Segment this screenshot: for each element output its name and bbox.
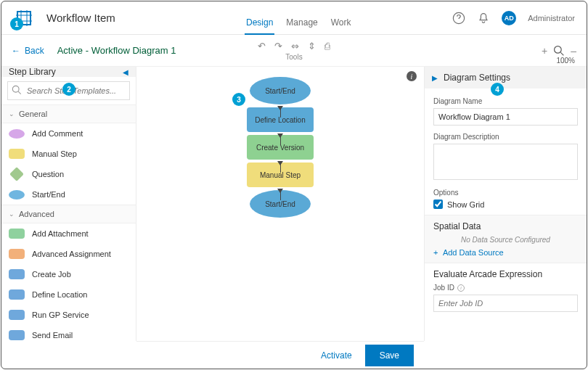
workflow-diagram: Start/EndDefine LocationCreate VersionMa… [247,77,314,218]
back-arrow-icon: ← [12,46,20,56]
step-shape-icon [9,249,25,259]
diagram-desc-input[interactable] [433,144,578,180]
group-head-advanced[interactable]: ⌄Advanced [1,205,136,223]
callout-4: 4 [491,83,504,96]
chevron-down-icon: ⌄ [9,110,15,118]
no-data-text: No Data Source Configured [433,236,578,244]
back-label: Back [25,46,44,56]
diagram-desc-label: Diagram Description [433,133,578,141]
bell-icon[interactable] [477,12,490,25]
show-grid-checkbox[interactable]: Show Grid [433,200,578,209]
step-template-manual-step[interactable]: Manual Step [1,144,136,164]
collapse-left-icon[interactable]: ◀ [123,68,128,76]
step-label: Add Comment [32,129,83,138]
step-library-title: Step Library [9,67,56,77]
step-shape-icon [9,149,25,159]
collapse-right-icon[interactable]: ▶ [432,74,438,82]
step-shape-icon [9,229,25,239]
callout-2: 2 [62,83,75,96]
step-template-run-gp-service[interactable]: Run GP Service [1,305,136,325]
step-shape-icon [9,330,25,340]
top-bar: Workflow Item DesignManageWork AD Admini… [1,1,587,35]
fit-icon[interactable]: ⇔ [291,41,299,52]
tools-panel: ↶ ↷ ⇔ ⇕ ⎙ Tools [258,41,330,61]
diagram-settings-header: ▶ Diagram Settings [425,67,587,89]
step-shape-icon [9,190,25,200]
job-id-info-icon[interactable]: i [457,284,465,292]
group-head-general[interactable]: ⌄General [1,104,136,123]
step-template-add-attachment[interactable]: Add Attachment [1,223,136,244]
zoom-out-icon[interactable]: – [571,45,576,57]
step-shape-icon [9,269,25,279]
callout-3: 3 [232,93,245,106]
search-icon [12,85,22,95]
layout-icon[interactable]: ⇕ [308,41,316,52]
tab-design[interactable]: Design [245,17,274,35]
step-template-create-job[interactable]: Create Job [1,264,136,284]
step-label: Question [32,170,64,178]
step-shape-icon [9,289,25,300]
user-name: Administrator [528,14,575,22]
step-template-add-comment[interactable]: Add Comment [1,123,136,144]
step-template-advanced-assignment[interactable]: Advanced Assignment [1,244,136,264]
job-id-label: Job ID [433,284,454,292]
breadcrumb: Active - Workflow Diagram 1 [57,45,176,56]
save-button[interactable]: Save [365,345,414,366]
user-avatar[interactable]: AD [502,11,516,25]
step-label: Add Attachment [32,229,89,238]
show-grid-label: Show Grid [447,200,484,209]
step-template-send-email[interactable]: Send Email [1,325,136,341]
zoom-in-icon[interactable]: + [542,45,547,57]
zoom-controls: + – 100% [542,45,576,57]
arcade-title: Evaluate Arcade Expression [433,269,578,279]
chevron-down-icon: ⌄ [9,210,15,218]
step-library-header: Step Library ◀ [1,67,136,77]
back-button[interactable]: ← Back [12,46,44,56]
flow-node-0[interactable]: Start/End [250,77,311,104]
help-icon[interactable] [452,12,465,25]
step-label: Send Email [32,331,73,340]
step-label: Start/End [32,190,65,199]
plus-icon: + [433,248,438,257]
activate-button[interactable]: Activate [321,350,352,361]
show-grid-input[interactable] [433,200,443,209]
callout-1: 1 [10,17,23,30]
step-shape-icon [9,310,25,320]
canvas-footer: Activate Save [136,341,424,369]
redo-icon[interactable]: ↷ [274,41,282,52]
job-id-input[interactable] [433,295,578,312]
diagram-name-label: Diagram Name [433,97,578,105]
step-template-define-location[interactable]: Define Location [1,284,136,305]
step-template-start/end[interactable]: Start/End [1,184,136,205]
step-label: Run GP Service [32,311,89,319]
top-tabs: DesignManageWork [245,1,353,35]
svg-point-3 [12,86,19,92]
zoom-percent: 100% [556,57,575,65]
svg-point-2 [555,46,562,53]
right-panel: ▶ Diagram Settings Diagram Name Diagram … [424,67,587,341]
spatial-data-title: Spatial Data [433,221,578,231]
sub-bar: ← Back Active - Workflow Diagram 1 ↶ ↷ ⇔… [1,35,587,67]
magnifier-icon[interactable] [553,45,565,57]
canvas[interactable]: i Start/EndDefine LocationCreate Version… [136,67,424,341]
step-label: Create Job [32,270,71,279]
step-template-question[interactable]: Question [1,164,136,184]
undo-icon[interactable]: ↶ [258,41,266,52]
tab-manage[interactable]: Manage [285,17,319,35]
job-id-label-row: Job ID i [433,284,578,292]
add-data-source-link[interactable]: + Add Data Source [433,248,578,257]
print-icon[interactable]: ⎙ [324,41,330,52]
tools-label: Tools [285,53,302,61]
tab-work[interactable]: Work [330,17,353,35]
step-label: Define Location [32,290,87,299]
step-label: Manual Step [32,149,77,158]
options-label: Options [433,189,578,197]
add-source-label: Add Data Source [443,248,504,257]
left-panel: Step Library ◀ ⌄GeneralAdd CommentManual… [1,67,136,341]
page-title: Workflow Item [46,12,115,24]
step-label: Advanced Assignment [32,250,111,258]
diagram-name-input[interactable] [433,108,578,126]
step-shape-icon [9,167,24,181]
step-shape-icon [9,129,25,139]
info-icon[interactable]: i [407,71,417,81]
